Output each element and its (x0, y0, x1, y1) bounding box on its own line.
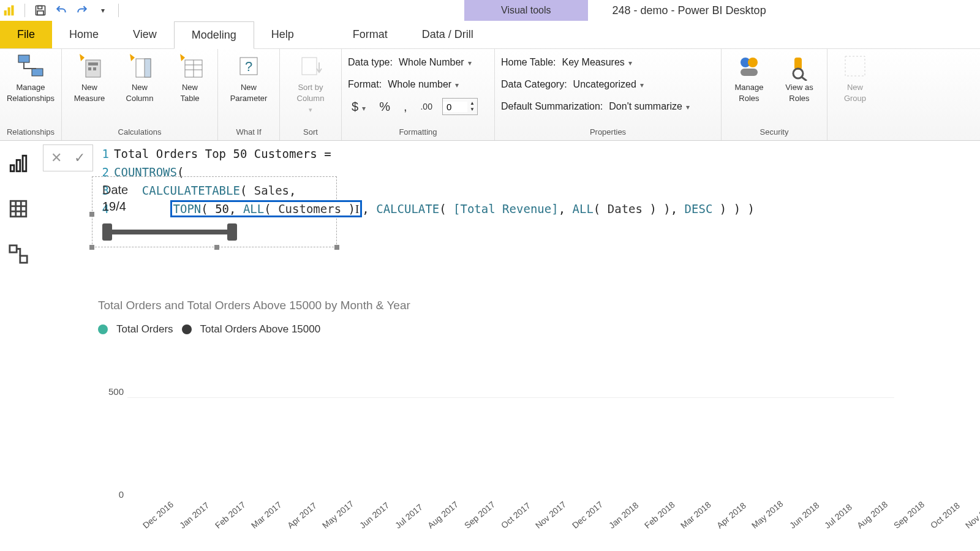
tab-data-drill[interactable]: Data / Drill (405, 21, 491, 48)
x-axis-label: Jan 2018 (607, 500, 640, 530)
new-parameter-label: New Parameter (230, 82, 268, 104)
currency-format-button[interactable]: $ (348, 100, 369, 114)
svg-rect-7 (32, 69, 43, 76)
qat-customize-icon[interactable]: ▾ (95, 2, 111, 18)
manage-relationships-button[interactable]: Manage Relationships (6, 51, 55, 104)
save-icon[interactable] (32, 2, 48, 18)
resize-handle[interactable] (334, 245, 339, 250)
legend-label-2: Total Orders Above 15000 (200, 323, 321, 335)
tab-home[interactable]: Home (52, 21, 116, 48)
group-calculations-label: Calculations (68, 125, 211, 139)
manage-roles-button[interactable]: Manage Roles (728, 51, 771, 104)
model-view-icon[interactable] (8, 244, 29, 264)
view-as-roles-label: View as Roles (785, 82, 813, 104)
contextual-tab-visual-tools: Visual tools (464, 0, 588, 21)
cancel-formula-button[interactable]: ✕ (46, 148, 67, 168)
new-group-button[interactable]: New Group (834, 51, 876, 104)
resize-handle[interactable] (89, 212, 94, 217)
group-relationships-label: Relationships (6, 125, 55, 139)
svg-marker-8 (80, 54, 85, 61)
data-view-icon[interactable] (8, 198, 29, 219)
summarization-label: Default Summarization: (501, 101, 603, 112)
group-icon (840, 51, 870, 81)
thousands-separator-button[interactable]: , (400, 100, 411, 114)
group-formatting-label: Formatting (348, 125, 488, 139)
slicer-slider[interactable] (102, 230, 237, 234)
svg-rect-12 (93, 67, 96, 70)
y-tick-0: 0 (119, 489, 124, 500)
x-axis-label: Jul 2018 (823, 502, 854, 530)
x-axis-label: Dec 2016 (141, 499, 175, 530)
svg-rect-4 (38, 6, 42, 9)
x-axis-label: May 2018 (750, 498, 785, 530)
datatype-dropdown[interactable]: Whole Number (399, 57, 472, 68)
group-security-label: Security (728, 125, 821, 139)
svg-rect-1 (8, 7, 10, 15)
undo-icon[interactable] (53, 2, 69, 18)
x-axis-label: Jun 2018 (788, 500, 821, 530)
svg-rect-39 (10, 246, 17, 252)
x-axis-label: Feb 2018 (643, 500, 677, 530)
tab-help[interactable]: Help (254, 21, 311, 48)
decimal-spin-arrows[interactable]: ▲▼ (467, 100, 477, 113)
report-view-icon[interactable] (8, 153, 29, 174)
svg-rect-31 (10, 165, 14, 171)
decimal-places-icon: .00 (417, 102, 435, 111)
svg-rect-40 (20, 256, 27, 263)
decimal-places-field[interactable] (443, 102, 467, 112)
x-axis-label: Dec 2017 (570, 499, 605, 530)
window-title: 248 - demo - Power BI Desktop (588, 4, 980, 17)
bars-area (134, 347, 894, 501)
chart-plot-area: 0 500 Dec 2016Jan 2017Feb 2017Mar 2017Ap… (98, 347, 894, 518)
x-axis-label: Oct 2017 (499, 500, 532, 530)
summarization-dropdown[interactable]: Don't summarize (609, 101, 690, 112)
new-group-label: New Group (844, 82, 866, 104)
category-dropdown[interactable]: Uncategorized (573, 79, 644, 90)
slider-thumb-start[interactable] (102, 223, 112, 241)
new-measure-button[interactable]: New Measure (68, 51, 111, 104)
new-column-button[interactable]: New Column (118, 51, 161, 104)
accept-formula-button[interactable]: ✓ (69, 148, 90, 168)
x-axis-label: Sep 2018 (892, 499, 926, 530)
column-chart-visual[interactable]: Total Orders and Total Orders Above 1500… (98, 299, 894, 518)
legend-label-1: Total Orders (116, 323, 173, 335)
percent-format-button[interactable]: % (375, 100, 394, 114)
group-relationships: Manage Relationships Relationships (0, 49, 62, 140)
ribbon: Manage Relationships Relationships New M… (0, 49, 980, 141)
formula-highlight: TOPN( 50, ALL( Customers )I (170, 200, 363, 217)
new-parameter-button[interactable]: ? New Parameter (224, 51, 273, 104)
sort-by-column-button[interactable]: Sort by Column ▾ (286, 51, 335, 115)
new-table-button[interactable]: New Table (168, 51, 211, 104)
hometable-label: Home Table: (501, 57, 556, 68)
group-properties: Home Table: Key Measures Data Category: … (495, 49, 722, 140)
parameter-icon: ? (234, 51, 263, 81)
tab-modeling[interactable]: Modeling (174, 21, 254, 49)
x-axis-label: Aug 2017 (426, 499, 460, 530)
text-cursor-icon: I (355, 203, 359, 216)
sort-by-column-label: Sort by Column (297, 82, 325, 104)
redo-icon[interactable] (74, 2, 90, 18)
resize-handle[interactable] (214, 245, 219, 250)
x-axis-label: May 2017 (320, 498, 355, 530)
ribbon-tabs: File Home View Modeling Help Format Data… (0, 21, 980, 49)
svg-rect-0 (4, 10, 7, 15)
decimal-places-input[interactable]: ▲▼ (442, 98, 478, 115)
hometable-dropdown[interactable]: Key Measures (562, 57, 632, 68)
svg-point-25 (748, 58, 758, 67)
group-groups: New Group (827, 49, 883, 140)
resize-handle[interactable] (89, 245, 94, 250)
manage-roles-label: Manage Roles (735, 82, 764, 104)
svg-rect-6 (18, 55, 29, 62)
format-dropdown[interactable]: Whole number (388, 79, 459, 90)
tab-format[interactable]: Format (336, 21, 405, 48)
svg-rect-30 (845, 56, 865, 76)
tab-file[interactable]: File (0, 21, 52, 48)
view-as-roles-button[interactable]: View as Roles (778, 51, 821, 104)
slider-thumb-end[interactable] (227, 223, 237, 241)
chart-title: Total Orders and Total Orders Above 1500… (98, 299, 894, 312)
tab-view[interactable]: View (116, 21, 174, 48)
group-calculations: New Measure New Column New Table Calcula… (62, 49, 218, 140)
x-axis-label: Jan 2017 (178, 500, 211, 530)
formula-bar-buttons: ✕ ✓ (43, 144, 93, 171)
group-whatif-label: What If (224, 125, 273, 139)
